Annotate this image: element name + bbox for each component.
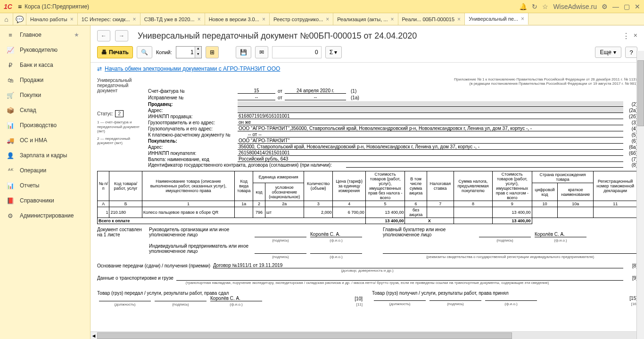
tab-0[interactable]: Начало работы× — [26, 13, 78, 25]
help-button[interactable]: ? — [625, 47, 637, 58]
tab-5[interactable]: Реализация (акты, ...× — [333, 13, 398, 25]
sidebar-item[interactable]: 🛒Покупки — [0, 88, 90, 103]
mail-icon: ✉ — [259, 49, 264, 56]
mail-button[interactable]: ✉ — [255, 46, 268, 58]
sidebar-item[interactable]: 📈Руководителю — [0, 42, 90, 57]
sidebar-item[interactable]: 👤Зарплата и кадры — [0, 148, 90, 163]
close-icon[interactable]: × — [457, 16, 461, 23]
v-scrollbar[interactable] — [636, 51, 644, 339]
report-icon: 📊 — [7, 182, 14, 189]
exchange-link[interactable]: Начать обмен электронными документами с … — [105, 65, 280, 72]
menu-icon: ≡ — [7, 32, 14, 39]
spin-up[interactable]: ▲ — [195, 47, 201, 52]
copies-label: Копий: — [156, 49, 172, 55]
logo-1c: 1C — [4, 3, 12, 10]
tab-7[interactable]: Универсальный пе...× — [465, 13, 528, 25]
print-button[interactable]: 🖶Печать — [97, 46, 133, 58]
star-icon[interactable]: ☆ — [542, 3, 548, 10]
preview-button[interactable]: 🔍 — [137, 46, 152, 58]
star-icon[interactable]: ★ — [74, 32, 83, 38]
doc-title: Универсальный передаточный документ №00Б… — [138, 31, 417, 41]
close-icon[interactable]: × — [521, 16, 524, 22]
sidebar-item[interactable]: 🛍Продажи — [0, 73, 90, 88]
sidebar-item[interactable]: ᴬᴷОперации — [0, 163, 90, 178]
cart-icon: 🛒 — [7, 92, 14, 99]
sidebar: ≡Главное★ 📈Руководителю ₽Банк и касса 🛍П… — [0, 25, 91, 339]
tab-1[interactable]: 1С Интерес: скидк...× — [78, 13, 140, 25]
close-icon[interactable]: × — [198, 16, 201, 23]
app-title: Корса (1С:Предприятие) — [25, 3, 89, 10]
ops-icon: ᴬᴷ — [7, 167, 14, 174]
sum-button[interactable]: Σ ▾ — [325, 46, 342, 58]
kebab-icon[interactable]: ⋮ — [622, 32, 630, 40]
sidebar-item[interactable]: 📊Производство — [0, 118, 90, 133]
tab-3[interactable]: Новое в версии 3.0...× — [205, 13, 270, 25]
box-icon: 📦 — [7, 107, 14, 114]
titlebar: 1C ≡ Корса (1С:Предприятие) 🔔 ↻ ☆ WiseAd… — [0, 0, 644, 13]
gear-icon: ⚙ — [7, 212, 14, 219]
tab-2[interactable]: СЗВ-ТД уже в 2020...× — [140, 13, 205, 25]
sidebar-item[interactable]: 📕Справочники — [0, 193, 90, 208]
sidebar-item[interactable]: ≡Главное★ — [0, 27, 90, 42]
person-icon: 👤 — [7, 152, 14, 159]
tab-4[interactable]: Реестр сотруднико...× — [270, 13, 333, 25]
diskette-icon: 💾 — [240, 49, 247, 56]
close-window-icon[interactable]: ✕ — [635, 3, 640, 10]
tab-6[interactable]: Реали... 00БП-000015× — [398, 13, 465, 25]
chat-icon[interactable]: 💬 — [13, 13, 26, 25]
num-input[interactable] — [272, 46, 322, 58]
grid-button[interactable]: ⊞ — [206, 46, 219, 58]
nav-fwd[interactable]: → — [115, 30, 128, 41]
minimize-icon[interactable]: — — [612, 3, 619, 10]
printer-icon: 🖶 — [101, 49, 107, 56]
close-icon[interactable]: × — [70, 16, 74, 23]
chart-icon: 📈 — [7, 47, 14, 54]
close-doc-icon[interactable]: × — [634, 32, 637, 40]
sidebar-item[interactable]: 📊Отчеты — [0, 178, 90, 193]
tabbar: ⌂ 💬 Начало работы× 1С Интерес: скидк...×… — [0, 13, 644, 25]
nav-back[interactable]: ← — [97, 30, 110, 41]
exchange-icon: ⇄ — [97, 65, 102, 72]
save-button[interactable]: 💾 — [236, 46, 251, 58]
sidebar-item[interactable]: ₽Банк и касса — [0, 57, 90, 73]
settings-icon[interactable]: ⚙ — [602, 3, 608, 10]
close-icon[interactable]: × — [262, 16, 265, 23]
magnify-icon: 🔍 — [141, 49, 148, 56]
brand-link[interactable]: WiseAdwise.ru — [553, 3, 597, 10]
goods-table: № п/п Код товара/ работ, услуг Наименова… — [97, 171, 637, 224]
factory-icon: 📊 — [7, 122, 14, 129]
sidebar-item[interactable]: 🚚ОС и НМА — [0, 133, 90, 148]
spin-down[interactable]: ▼ — [195, 52, 201, 58]
close-icon[interactable]: × — [326, 16, 329, 23]
h-scrollbar[interactable]: ◄► — [91, 331, 644, 339]
sidebar-item[interactable]: ⚙Администрирование — [0, 208, 90, 223]
bag-icon: 🛍 — [7, 77, 14, 84]
home-icon[interactable]: ⌂ — [0, 13, 13, 25]
bell-icon[interactable]: 🔔 — [519, 3, 527, 10]
truck-icon: 🚚 — [7, 137, 14, 144]
more-button[interactable]: Еще▾ — [595, 47, 621, 58]
book-icon: 📕 — [7, 197, 14, 204]
menu-icon[interactable]: ≡ — [18, 3, 22, 10]
history-icon[interactable]: ↻ — [532, 3, 537, 10]
maximize-icon[interactable]: ▢ — [624, 3, 630, 10]
close-icon[interactable]: × — [390, 16, 394, 23]
ruble-icon: ₽ — [7, 62, 14, 69]
close-icon[interactable]: × — [133, 16, 136, 23]
status-box: 2 — [115, 110, 124, 117]
table-row: 1210.180Колесо пальцевое правое в сборе … — [98, 207, 637, 218]
sidebar-item[interactable]: 📦Склад — [0, 103, 90, 118]
document-body: Универсальный передаточный документ Стат… — [91, 75, 644, 331]
